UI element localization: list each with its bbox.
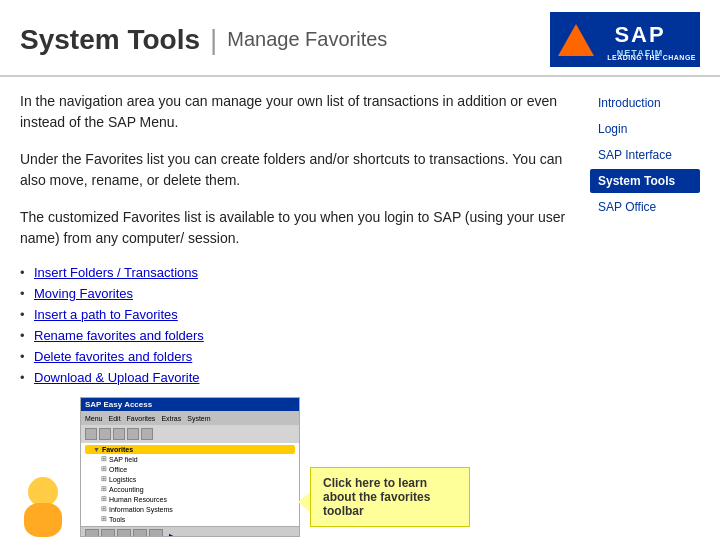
sap-menu-bar: Menu Edit Favorites Extras System: [81, 411, 299, 425]
tree-item[interactable]: ⊞ SAP field: [85, 454, 295, 464]
sap-tree: ▼ Favorites ⊞ SAP field ⊞ Office ⊞ Logis…: [81, 443, 299, 526]
list-item[interactable]: Insert a path to Favorites: [20, 307, 574, 322]
list-item[interactable]: Moving Favorites: [20, 286, 574, 301]
toolbar-button[interactable]: [127, 428, 139, 440]
list-item[interactable]: Rename favorites and folders: [20, 328, 574, 343]
expand-icon: ⊞: [101, 495, 107, 503]
nav-item-sap-office[interactable]: SAP Office: [590, 195, 700, 219]
logo-triangle-icon: [558, 24, 594, 56]
toolbar-button[interactable]: [85, 428, 97, 440]
toolbar-button[interactable]: [99, 428, 111, 440]
menu-item[interactable]: Favorites: [127, 415, 156, 422]
callout-arrow-icon: [298, 492, 310, 512]
callout-container: Click here to learn about the favorites …: [310, 467, 470, 537]
toolbar-icon[interactable]: [117, 529, 131, 537]
expand-icon: ⊞: [101, 465, 107, 473]
title-separator: |: [210, 24, 217, 56]
page-title: System Tools: [20, 24, 200, 56]
toolbar-link[interactable]: ▶: [169, 532, 175, 538]
expand-icon: ⊞: [101, 515, 107, 523]
intro-paragraph-1: In the navigation area you can manage yo…: [20, 91, 574, 133]
nav-item-login[interactable]: Login: [590, 117, 700, 141]
toolbar-icon[interactable]: [101, 529, 115, 537]
right-nav: Introduction Login SAP Interface System …: [590, 91, 700, 391]
list-item[interactable]: Download & Upload Favorite: [20, 370, 574, 385]
expand-icon: ⊞: [101, 455, 107, 463]
callout-text: Click here to learn about the favorites …: [323, 476, 430, 518]
expand-icon: ▼: [93, 446, 100, 453]
header: System Tools | Manage Favorites SAP NETA…: [0, 0, 720, 77]
page-subtitle: Manage Favorites: [227, 28, 387, 51]
expand-icon: ⊞: [101, 485, 107, 493]
left-panel: In the navigation area you can manage yo…: [20, 91, 574, 391]
nav-item-system-tools[interactable]: System Tools: [590, 169, 700, 193]
toolbar-button[interactable]: [113, 428, 125, 440]
expand-icon: ⊞: [101, 475, 107, 483]
list-item[interactable]: Insert Folders / Transactions: [20, 265, 574, 280]
menu-item[interactable]: Edit: [109, 415, 121, 422]
tree-item[interactable]: ⊞ Accounting: [85, 484, 295, 494]
menu-item[interactable]: System: [187, 415, 210, 422]
menu-item[interactable]: Menu: [85, 415, 103, 422]
tree-item[interactable]: ⊞ Human Resources: [85, 494, 295, 504]
tree-favorites[interactable]: ▼ Favorites: [85, 445, 295, 454]
toolbar-button[interactable]: [141, 428, 153, 440]
toolbar-icon[interactable]: [133, 529, 147, 537]
mascot-body: [24, 503, 62, 537]
bottom-row: SAP Easy Access Menu Edit Favorites Extr…: [0, 397, 720, 537]
intro-paragraph-3: The customized Favorites list is availab…: [20, 207, 574, 249]
logo-tagline: LEADING THE CHANGE: [607, 54, 696, 61]
nav-item-introduction[interactable]: Introduction: [590, 91, 700, 115]
logo-brand: SAP: [614, 22, 665, 48]
bottom-toolbar: ▶: [81, 526, 299, 537]
sap-screenshot: SAP Easy Access Menu Edit Favorites Extr…: [80, 397, 300, 537]
list-item[interactable]: Delete favorites and folders: [20, 349, 574, 364]
tree-item[interactable]: ⊞ Logistics: [85, 474, 295, 484]
main-content: In the navigation area you can manage yo…: [0, 77, 720, 391]
intro-paragraph-2: Under the Favorites list you can create …: [20, 149, 574, 191]
bullet-list: Insert Folders / Transactions Moving Fav…: [20, 265, 574, 385]
toolbar-icon[interactable]: [85, 529, 99, 537]
menu-item[interactable]: Extras: [161, 415, 181, 422]
tree-item[interactable]: ⊞ Tools: [85, 514, 295, 524]
tree-item[interactable]: ⊞ Office: [85, 464, 295, 474]
sap-toolbar: [81, 425, 299, 443]
nav-item-sap-interface[interactable]: SAP Interface: [590, 143, 700, 167]
tree-item[interactable]: ⊞ Information Systems: [85, 504, 295, 514]
company-logo: SAP NETAFIM LEADING THE CHANGE: [550, 12, 700, 67]
expand-icon: ⊞: [101, 505, 107, 513]
callout-box: Click here to learn about the favorites …: [310, 467, 470, 527]
mascot-area: [20, 477, 70, 537]
sap-title-bar: SAP Easy Access: [81, 398, 299, 411]
toolbar-icon[interactable]: [149, 529, 163, 537]
